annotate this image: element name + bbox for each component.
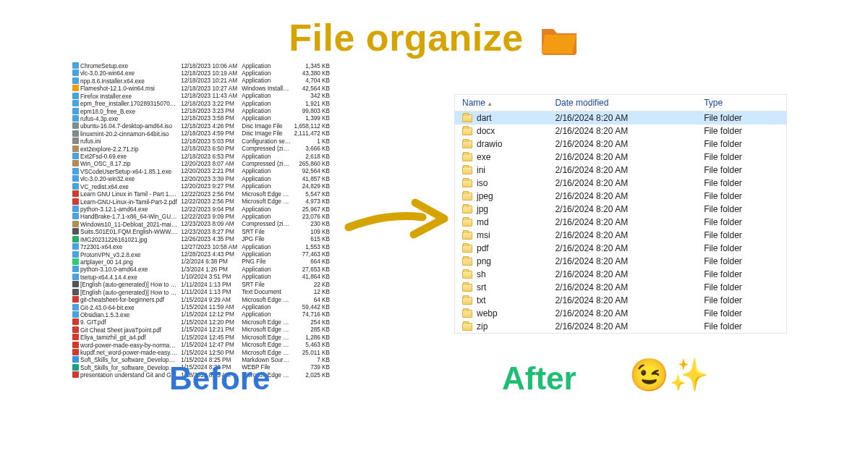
file-row[interactable]: Eliya_tamizhil_git_a4.pdf1/15/2024 12:45… [71, 334, 331, 341]
file-row[interactable]: IMG20231226161021.jpg12/26/2023 4:35 PMJ… [71, 236, 331, 243]
col-name[interactable]: Name [455, 95, 548, 111]
file-row[interactable]: 9. GIT.pdf1/15/2024 12:20 PMMicrosoft Ed… [71, 318, 331, 326]
folder-icon [462, 271, 472, 279]
folder-row[interactable]: zip2/16/2024 8:20 AMFile folder [455, 320, 786, 333]
file-icon [72, 349, 79, 355]
folder-row[interactable]: exe2/16/2024 8:20 AMFile folder [455, 151, 786, 164]
file-icon [72, 138, 79, 144]
file-row[interactable]: kupdf.net_word-power-made-easy.pdf1/15/2… [71, 349, 331, 356]
file-row[interactable]: Win_OSC_8.17.zip12/20/2023 8:07 AMCompre… [71, 160, 331, 167]
file-row[interactable]: Learn-GNU-Linux-in-Tamil-Part-2.pdf12/22… [71, 198, 331, 206]
file-row[interactable]: VC_redist.x64.exe12/20/2023 9:27 PMAppli… [71, 183, 331, 190]
file-row[interactable]: Git-2.43.0-64-bit.exe1/15/2024 11:59 AMA… [71, 304, 331, 311]
folder-row[interactable]: jpeg2/16/2024 8:20 AMFile folder [455, 190, 786, 203]
file-row[interactable]: vlc-3.0.20-win64.exe12/18/2023 10:19 AMA… [71, 69, 331, 77]
file-row[interactable]: tsetup-x64.4.14.4.exe1/10/2024 3:51 PMAp… [71, 274, 331, 281]
folder-row[interactable]: docx2/16/2024 8:20 AMFile folder [455, 124, 786, 138]
file-row[interactable]: artplayer_00 14.png1/2/2024 6:38 PMPNG F… [71, 258, 331, 266]
file-row[interactable]: git-cheatsheet-for-beginners.pdf1/15/202… [71, 296, 331, 303]
folder-row[interactable]: dart2/16/2024 8:20 AMFile folder [455, 111, 786, 125]
file-icon [72, 183, 79, 190]
file-icon [72, 342, 79, 348]
folder-row[interactable]: md2/16/2024 8:20 AMFile folder [455, 216, 786, 229]
file-icon [72, 115, 79, 122]
file-row[interactable]: Learn GNU Linux in Tamil - Part 1.pdf12/… [71, 190, 331, 198]
folder-row[interactable]: iso2/16/2024 8:20 AMFile folder [455, 177, 786, 190]
file-row[interactable]: Ext2Fsd-0.69.exe12/18/2023 6:53 PMApplic… [71, 153, 331, 160]
file-row[interactable]: Git Cheat Sheet javaTpoint.pdf1/15/2024 … [71, 326, 331, 334]
file-row[interactable]: Obsidian.1.5.3.exe1/15/2024 12:12 PMAppl… [71, 311, 331, 318]
folder-icon [539, 22, 579, 56]
file-icon [72, 228, 79, 235]
file-row[interactable]: python-3.12.1-amd64.exe12/22/2023 9:04 P… [71, 206, 331, 213]
emoji-decor: 😉✨ [629, 356, 709, 394]
file-row[interactable]: [English (auto-generated)] How to Win F.… [71, 289, 331, 296]
col-date[interactable]: Date modified [548, 95, 697, 111]
file-icon [72, 258, 79, 265]
folder-row[interactable]: sh2/16/2024 8:20 AMFile folder [455, 268, 786, 281]
file-row[interactable]: python-3.10.0-amd64.exe1/3/2024 1:26 PMA… [71, 266, 331, 273]
folder-icon [462, 193, 472, 200]
file-row[interactable]: rufus.ini12/18/2023 5:03 PMConfiguration… [71, 138, 331, 145]
file-icon [72, 356, 79, 363]
folder-icon [462, 180, 472, 187]
file-icon [72, 311, 79, 318]
folder-row[interactable]: png2/16/2024 8:20 AMFile folder [455, 255, 786, 268]
file-row[interactable]: vlc-3.0.20-win32.exe12/20/2023 3:39 PMAp… [71, 175, 331, 182]
folder-row[interactable]: drawio2/16/2024 8:20 AMFile folder [455, 138, 786, 151]
file-row[interactable]: linuxmint-20.2-cinnamon-64bit.iso12/18/2… [71, 130, 331, 138]
file-row[interactable]: ProtonVPN_v3.2.8.exe12/28/2023 4:43 PMAp… [71, 251, 331, 258]
file-icon [72, 364, 79, 371]
folder-icon [462, 310, 472, 318]
file-icon [72, 221, 79, 227]
file-row[interactable]: VSCodeUserSetup-x64-1.85.1.exe12/20/2023… [71, 168, 331, 175]
file-row[interactable]: ext2explore-2.2.71.zip12/18/2023 6:50 PM… [71, 145, 331, 153]
file-icon [72, 274, 79, 280]
file-icon [72, 145, 79, 152]
file-row[interactable]: npp.8.6.Installer.x64.exe12/18/2023 10:2… [71, 77, 331, 85]
file-icon [72, 281, 79, 287]
file-row[interactable]: Suits.S01E01.FQM.English-WWW.MY-SU...12/… [71, 228, 331, 235]
file-icon [72, 213, 79, 219]
file-row[interactable]: ChromeSetup.exe12/18/2023 10:06 AMApplic… [71, 62, 331, 69]
file-icon [72, 206, 79, 212]
folder-icon [462, 297, 472, 305]
file-row[interactable]: HandBrake-1.7.1-x86_64-Win_GUI.exe12/22/… [71, 213, 331, 220]
folder-row[interactable]: webp2/16/2024 8:20 AMFile folder [455, 307, 786, 320]
file-icon [72, 130, 79, 137]
folder-row[interactable]: jpg2/16/2024 8:20 AMFile folder [455, 203, 786, 216]
folder-icon [462, 219, 472, 227]
file-icon [72, 318, 79, 325]
folder-icon [462, 284, 472, 292]
before-file-list: ChromeSetup.exe12/18/2023 10:06 AMApplic… [71, 62, 331, 379]
folder-icon [462, 140, 472, 148]
file-row[interactable]: Flameshot-12.1.0-win64.msi12/18/2023 10:… [71, 85, 331, 92]
folder-row[interactable]: srt2/16/2024 8:20 AMFile folder [455, 281, 786, 294]
file-icon [72, 289, 79, 295]
file-row[interactable]: ubuntu-16.04.7-desktop-amd64.iso12/18/20… [71, 122, 331, 130]
file-row[interactable]: epm18.0_free_B.exe12/18/2023 3:23 PMAppl… [71, 108, 331, 115]
file-row[interactable]: 7z2301-x64.exe12/27/2023 10:58 AMApplica… [71, 243, 331, 250]
file-row[interactable]: [English (auto-generated)] How to Win F.… [71, 281, 331, 288]
folder-row[interactable]: txt2/16/2024 8:20 AMFile folder [455, 294, 786, 307]
col-type[interactable]: Type [697, 95, 786, 111]
folder-row[interactable]: msi2/16/2024 8:20 AMFile folder [455, 229, 786, 242]
folder-row[interactable]: ini2/16/2024 8:20 AMFile folder [455, 164, 786, 177]
file-icon [72, 69, 79, 76]
arrow-icon [343, 193, 451, 250]
file-row[interactable]: epm_free_installer.17028931507048b589.e.… [71, 100, 331, 107]
file-row[interactable]: Firefox Installer.exe12/18/2023 11:43 AM… [71, 93, 331, 100]
file-icon [72, 243, 79, 250]
before-table: ChromeSetup.exe12/18/2023 10:06 AMApplic… [71, 62, 331, 379]
file-icon [72, 85, 79, 91]
after-table: Name Date modified Type dart2/16/2024 8:… [455, 95, 786, 333]
file-row[interactable]: word-power-made-easy-by-norman-lew...1/1… [71, 342, 331, 349]
file-row[interactable]: Windows10_11-Debloat_2021-main.zip12/23/… [71, 221, 331, 228]
file-icon [72, 108, 79, 114]
file-icon [72, 93, 79, 99]
folder-row[interactable]: pdf2/16/2024 8:20 AMFile folder [455, 242, 786, 255]
folder-icon [462, 323, 472, 331]
file-icon [72, 371, 79, 378]
file-row[interactable]: rufus-4.3p.exe12/18/2023 3:58 PMApplicat… [71, 115, 331, 122]
before-label: Before [169, 360, 270, 397]
